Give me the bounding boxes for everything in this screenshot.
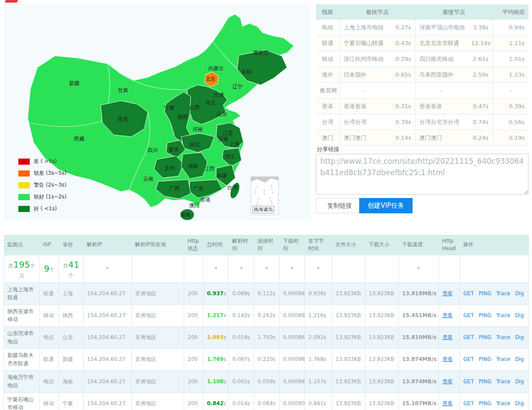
cell-resolve-time: 0.002s (229, 371, 254, 392)
line-cell-fast-time: 0.14s (390, 130, 415, 146)
summary-points-suffix: 个 (30, 263, 35, 269)
op-ping-link[interactable]: PING (479, 378, 491, 385)
cell-resolved-ip: 154.204.60.27 (84, 392, 132, 410)
cell-ip-location: 非洲地区 (132, 349, 184, 371)
view-http-head-link[interactable]: 查看 (442, 312, 453, 318)
legend-item: 较差 (3s~5s) (18, 170, 66, 177)
share-url-textarea[interactable]: http://www.17ce.com/site/http/20221115_6… (316, 154, 528, 194)
map-label-province: 湖南 (188, 163, 198, 169)
op-dig-link[interactable]: Dig (515, 400, 524, 406)
line-cell-slow-node: 河南平顶山市电信 (415, 20, 467, 35)
op-trace-link[interactable]: Trace (496, 378, 510, 385)
op-trace-link[interactable]: Trace (496, 400, 510, 406)
legend-item: 好 ( <1s) (18, 205, 66, 212)
line-cell-avg: 0.94s (493, 20, 528, 35)
cell-province: 海南 (59, 371, 84, 392)
map-label-province: 河北 (205, 100, 216, 106)
map-legend: 差 ( >5s)较差 (3s~5s)警告 (2s~3s)较好 (1s~2s)好 … (18, 158, 66, 217)
line-cell-slow-node: 四川南充移动 (415, 51, 467, 67)
col-slowest-node: 最慢节点 (415, 4, 493, 20)
col-avg-response: 平均响应 (493, 4, 528, 20)
cell-http-head: 查看 (439, 283, 460, 304)
op-ping-link[interactable]: PING (479, 290, 491, 297)
op-ping-link[interactable]: PING (479, 334, 491, 340)
total-time-unit: s (224, 334, 226, 340)
monitor-column-header: 省份 (59, 235, 84, 255)
op-dig-link[interactable]: Dig (515, 378, 524, 385)
op-ping-link[interactable]: PING (479, 356, 491, 362)
17ce-result-page: 黑龙江内蒙古吉林辽宁新疆甘肃北京天津宁夏山西河北山东青海陕西河南江苏西藏湖北安徽… (0, 0, 532, 410)
map-label-province: 吉林 (241, 69, 252, 74)
op-ping-link[interactable]: PING (479, 312, 491, 318)
cell-download-time: 0.000984s (280, 283, 305, 304)
view-http-head-link[interactable]: 查看 (442, 378, 453, 385)
cell-http-status: 200 (184, 349, 203, 371)
op-dig-link[interactable]: Dig (515, 334, 524, 340)
cell-first-byte-time: 2.092s (305, 326, 332, 348)
copy-link-button[interactable]: 复制链接 (316, 198, 363, 213)
map-label-province: 云南 (143, 176, 154, 181)
line-table-row: 电信上海上海市电信0.27s河南平顶山市电信3.38s0.94s (316, 20, 528, 35)
map-label-province: 四川 (147, 148, 158, 153)
cell-download-speed: 15.107MB/s (399, 392, 439, 410)
line-cell-slow-time: 2.61s (467, 51, 493, 67)
view-http-head-link[interactable]: 查看 (442, 356, 453, 362)
cell-isp: 电信 (40, 326, 59, 348)
cell-monitor-point: 陕西安康市移动 (4, 304, 40, 326)
monitor-column-header: 下载速度 (399, 235, 439, 255)
monitor-column-header: 解析IP所在地 (132, 235, 184, 255)
cell-operations: GETPINGTraceDig (460, 371, 529, 392)
op-get-link[interactable]: GET (463, 312, 474, 318)
cell-http-head: 查看 (439, 326, 460, 348)
map-label-province: 江西 (204, 166, 215, 171)
create-vip-task-button[interactable]: 创建VIP任务 (359, 198, 413, 213)
op-dig-link[interactable]: Dig (515, 356, 524, 362)
summary-isp-suffix: 个 (49, 267, 55, 273)
op-ping-link[interactable]: PING (479, 400, 491, 406)
summary-star-cell: * (229, 255, 254, 283)
op-dig-link[interactable]: Dig (515, 312, 524, 318)
op-trace-link[interactable]: Trace (496, 312, 510, 318)
monitor-column-header: 下载时间 (280, 235, 305, 255)
cell-province: 上海 (59, 283, 84, 304)
total-time-unit: s (224, 312, 226, 318)
cell-first-byte-time: 1.107s (305, 371, 332, 392)
line-cell-isp: 台湾 (316, 114, 340, 130)
view-http-head-link[interactable]: 查看 (442, 290, 453, 297)
op-get-link[interactable]: GET (463, 356, 474, 362)
cell-file-size: 13.923KB (332, 349, 365, 371)
cell-connect-time: 0.084s (254, 392, 280, 410)
op-trace-link[interactable]: Trace (496, 356, 510, 362)
map-label-province: 天津 (214, 92, 224, 98)
total-time-value: 1.217 (207, 312, 224, 318)
view-http-head-link[interactable]: 查看 (442, 400, 453, 406)
line-table-header: 线路 最快节点 最慢节点 平均响应 (316, 4, 528, 20)
summary-province-cell: 共41个 (59, 255, 84, 283)
cell-isp: 移动 (40, 392, 59, 410)
cell-download-size: 13.923KB (365, 349, 399, 371)
summary-empty-cell (365, 255, 399, 283)
op-get-link[interactable]: GET (463, 378, 474, 385)
cell-monitor-point: 山东菏泽市电信 (4, 326, 40, 348)
line-table-row: 台湾台湾台湾0.39s台湾台北市台湾0.74s0.56s (316, 114, 528, 130)
cell-ip-location: 非洲地区 (132, 326, 184, 348)
cell-file-size: 13.923KB (332, 392, 365, 410)
op-get-link[interactable]: GET (463, 400, 474, 406)
legend-item: 差 ( >5s) (18, 158, 66, 165)
total-time-unit: s (224, 378, 226, 385)
op-get-link[interactable]: GET (463, 290, 474, 297)
summary-empty-cell (332, 255, 365, 283)
monitor-points-table: 监测点ISP省份解析IP解析IP所在地Http状态总时间解析时间连接时间下载时间… (4, 235, 529, 410)
line-cell-isp: 联通 (316, 35, 340, 51)
cell-first-byte-time: 1.216s (305, 304, 332, 326)
view-http-head-link[interactable]: 查看 (442, 334, 453, 340)
op-trace-link[interactable]: Trace (496, 334, 510, 340)
cell-file-size: 13.923KB (332, 371, 365, 392)
cell-operations: GETPINGTraceDig (460, 304, 529, 326)
cell-download-speed: 13.874MB/s (399, 349, 439, 371)
map-label-province: 澳门 (189, 203, 200, 208)
op-get-link[interactable]: GET (463, 334, 474, 340)
summary-province-suffix: 个 (69, 272, 74, 279)
op-dig-link[interactable]: Dig (515, 290, 524, 297)
op-trace-link[interactable]: Trace (496, 290, 510, 297)
